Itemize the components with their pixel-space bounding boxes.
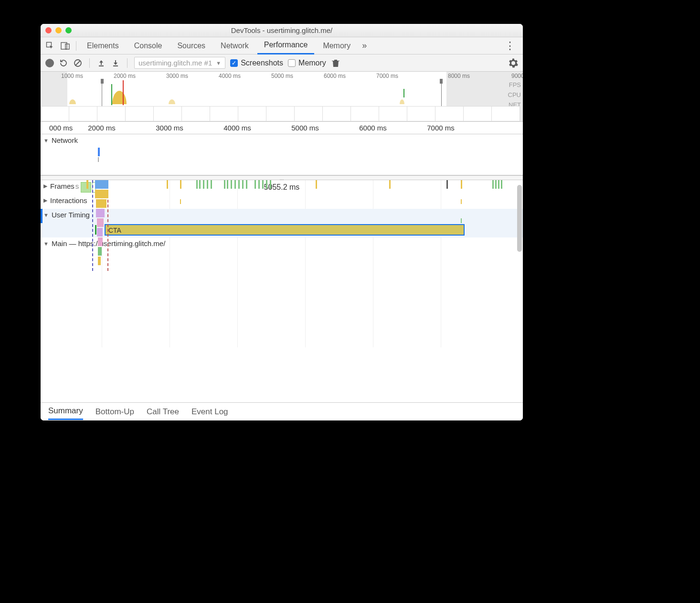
flame-chart[interactable]: [41, 180, 523, 271]
capture-settings-button[interactable]: [509, 58, 518, 68]
tick-label: 6000 ms: [324, 73, 346, 79]
network-request-bar[interactable]: [98, 157, 99, 162]
flame-segment[interactable]: [389, 180, 391, 189]
network-track[interactable]: ▼ Network: [41, 134, 523, 175]
flame-segment[interactable]: [246, 180, 247, 189]
screenshot-thumb[interactable]: [69, 106, 97, 121]
flame-segment[interactable]: [180, 199, 181, 204]
vertical-scrollbar[interactable]: [517, 185, 522, 252]
flame-segment[interactable]: [97, 218, 104, 227]
flame-segment[interactable]: [95, 190, 108, 198]
flame-segment[interactable]: [498, 180, 499, 189]
kebab-menu-icon[interactable]: ⋮: [500, 40, 520, 52]
flame-segment[interactable]: [196, 180, 198, 189]
flame-segment[interactable]: [224, 180, 225, 189]
clear-button[interactable]: [73, 58, 83, 68]
selection-handle-right[interactable]: [440, 79, 443, 84]
flame-segment[interactable]: [96, 199, 106, 208]
overview-timeline[interactable]: 1000 ms 2000 ms 3000 ms 4000 ms 5000 ms …: [41, 72, 523, 122]
more-tabs-icon[interactable]: »: [359, 41, 370, 51]
flame-segment[interactable]: [501, 180, 502, 189]
screenshot-thumb[interactable]: [379, 106, 407, 121]
tab-sources[interactable]: Sources: [170, 37, 212, 54]
flame-segment[interactable]: [258, 180, 260, 189]
tab-summary[interactable]: Summary: [48, 403, 83, 420]
screenshot-thumb[interactable]: [435, 106, 464, 121]
horizontal-splitter[interactable]: ...: [41, 175, 523, 180]
screenshot-thumb[interactable]: [350, 106, 379, 121]
zoom-window-button[interactable]: [65, 27, 72, 33]
flame-segment[interactable]: [316, 180, 317, 189]
close-window-button[interactable]: [45, 27, 52, 33]
flame-segment[interactable]: [234, 180, 236, 189]
flame-segment[interactable]: [98, 237, 103, 246]
screenshot-thumb[interactable]: [266, 106, 295, 121]
screenshot-thumb[interactable]: [407, 106, 435, 121]
minimize-window-button[interactable]: [55, 27, 62, 33]
screenshot-thumb[interactable]: [125, 106, 154, 121]
save-profile-button[interactable]: [111, 58, 120, 68]
flame-segment[interactable]: [255, 180, 256, 189]
flame-segment[interactable]: [242, 180, 244, 189]
flame-segment[interactable]: [180, 180, 181, 189]
flame-segment[interactable]: [461, 218, 462, 223]
network-request-bar[interactable]: [98, 148, 100, 156]
flame-segment[interactable]: [492, 180, 494, 189]
flame-segment[interactable]: [495, 180, 497, 189]
flame-segment[interactable]: [231, 180, 232, 189]
flame-segment[interactable]: [461, 180, 462, 189]
screenshot-thumb[interactable]: [97, 106, 126, 121]
screenshot-thumb[interactable]: [294, 106, 323, 121]
flame-segment[interactable]: [98, 257, 101, 265]
tab-call-tree[interactable]: Call Tree: [147, 404, 179, 420]
tab-network[interactable]: Network: [214, 37, 255, 54]
memory-checkbox[interactable]: Memory: [288, 59, 326, 67]
screenshot-thumb[interactable]: [41, 106, 69, 121]
flame-segment[interactable]: [262, 180, 264, 189]
screenshot-thumb[interactable]: [181, 106, 210, 121]
tab-performance[interactable]: Performance: [257, 37, 315, 54]
tab-elements[interactable]: Elements: [80, 37, 126, 54]
tab-bottom-up[interactable]: Bottom-Up: [95, 404, 134, 420]
selection-handle-left[interactable]: [101, 79, 104, 84]
flame-segment[interactable]: [97, 228, 103, 237]
flame-segment[interactable]: [227, 180, 228, 189]
flame-segment[interactable]: [446, 180, 448, 189]
screenshot-thumb[interactable]: [210, 106, 238, 121]
tab-event-log[interactable]: Event Log: [191, 404, 228, 420]
screenshot-thumb[interactable]: [153, 106, 182, 121]
main-ruler[interactable]: 000 ms 2000 ms 3000 ms 4000 ms 5000 ms 6…: [41, 122, 523, 134]
screenshot-strip[interactable]: [41, 106, 523, 121]
screenshots-checkbox[interactable]: ✓ Screenshots: [230, 59, 283, 67]
flame-segment[interactable]: [95, 180, 108, 189]
flame-segment[interactable]: [86, 180, 88, 189]
flame-segment[interactable]: [461, 199, 462, 204]
flame-segment[interactable]: [207, 180, 208, 189]
network-track-header[interactable]: ▼ Network: [41, 134, 523, 146]
flame-segment[interactable]: [98, 247, 102, 256]
window-titlebar[interactable]: DevTools - usertiming.glitch.me/: [41, 24, 523, 37]
flame-segment[interactable]: [270, 180, 271, 189]
tab-memory[interactable]: Memory: [316, 37, 357, 54]
screenshot-thumb[interactable]: [238, 106, 266, 121]
flame-segment[interactable]: [203, 180, 204, 189]
screenshot-thumb[interactable]: [491, 106, 520, 121]
profile-selector[interactable]: usertiming.glitch.me #1 ▼: [134, 57, 225, 69]
delete-profile-button[interactable]: [331, 58, 340, 68]
flame-segment[interactable]: [199, 180, 201, 189]
svg-rect-1: [61, 43, 67, 49]
flame-segment[interactable]: [238, 180, 240, 189]
record-button[interactable]: [45, 59, 54, 67]
screenshot-thumb[interactable]: [463, 106, 492, 121]
screenshot-thumb[interactable]: [322, 106, 351, 121]
flame-segment[interactable]: [167, 180, 168, 189]
flame-segment[interactable]: [96, 209, 105, 217]
flame-segment[interactable]: [211, 180, 212, 189]
load-profile-button[interactable]: [96, 58, 106, 68]
disclosure-triangle-icon[interactable]: ▼: [43, 138, 49, 143]
tab-console[interactable]: Console: [127, 37, 169, 54]
flame-segment[interactable]: [266, 180, 267, 189]
device-toolbar-icon[interactable]: [59, 39, 72, 53]
reload-record-button[interactable]: [59, 58, 68, 68]
inspect-element-icon[interactable]: [43, 39, 57, 53]
